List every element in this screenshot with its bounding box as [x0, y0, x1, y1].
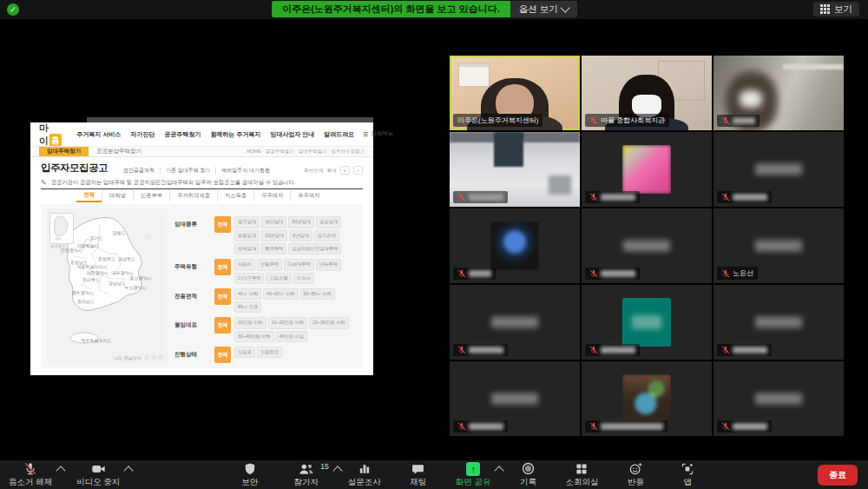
zoom-out-button[interactable]: −	[353, 166, 363, 175]
category-tab[interactable]: 주거취약계층	[169, 190, 217, 202]
map-region-label[interactable]: 울산광역시	[130, 275, 152, 281]
participant-tile[interactable]	[582, 208, 712, 283]
filter-option-button[interactable]: 10년임대	[261, 230, 287, 241]
title-link[interactable]: 연간공급계획	[118, 167, 160, 175]
title-link[interactable]: 예비입주자 대기현황	[215, 167, 275, 175]
map-region-label[interactable]: 강원도	[113, 230, 126, 235]
map-region-label[interactable]: 경상남도	[108, 281, 126, 286]
filter-all-button[interactable]: 전체	[214, 259, 231, 275]
filter-option-button[interactable]: 공공지원민간임대주택	[288, 243, 341, 254]
category-tab[interactable]: 저소득층	[217, 190, 253, 202]
korea-region-map[interactable]: 경기도서울특별시인천광역시강원도충청북도충청남도세종특별자치시대전광역시경상북도…	[46, 209, 168, 363]
filter-option-button[interactable]: 20~30만원 이하	[309, 317, 349, 328]
title-link[interactable]: 기존 임대주택 찾기	[160, 167, 215, 175]
filter-option-button[interactable]: 모집중	[234, 347, 255, 358]
participant-tile[interactable]	[450, 208, 580, 283]
participant-tile[interactable]: 마을 종합사회복지관	[582, 56, 712, 130]
filter-option-button[interactable]: 50년임대	[288, 216, 314, 228]
end-meeting-button[interactable]: 종료	[818, 465, 858, 486]
map-region-label[interactable]: 경기도	[90, 235, 103, 241]
filter-all-button[interactable]: 전체	[214, 317, 231, 334]
filter-option-button[interactable]: 40~60㎡ 이하	[263, 288, 298, 300]
view-button[interactable]: 보기	[813, 2, 859, 17]
filter-option-button[interactable]: 오피스텔	[266, 273, 291, 284]
map-region-label[interactable]: 전라남도	[77, 299, 95, 304]
filter-option-button[interactable]: 전세임대	[234, 243, 260, 254]
apps-button[interactable]: 앱	[673, 461, 702, 488]
filter-option-button[interactable]: 85㎡ 초과	[234, 301, 261, 313]
unmute-button[interactable]: 음소거 해제	[9, 461, 52, 488]
filter-all-button[interactable]: 전체	[214, 216, 231, 233]
reactions-button[interactable]: 반응	[621, 461, 650, 488]
site-nav-item[interactable]: 알려드려요	[324, 130, 354, 139]
filter-option-button[interactable]: 연립주택	[257, 259, 282, 270]
breakout-rooms-button[interactable]: 소회의실	[565, 461, 598, 488]
filter-option-button[interactable]: 단독주택	[316, 259, 341, 270]
filter-option-button[interactable]: 10만원 이하	[234, 317, 266, 328]
map-region-label[interactable]: 제주특별자치도	[82, 338, 112, 343]
participants-button[interactable]: 15 참가자	[287, 461, 326, 488]
participant-tile[interactable]	[713, 285, 844, 360]
participant-tile[interactable]	[582, 285, 712, 360]
filter-option-button[interactable]: 영구임대	[234, 216, 260, 228]
category-tab[interactable]: 전체	[76, 189, 102, 202]
zoom-in-button[interactable]: +	[340, 166, 350, 175]
map-inset-thumbnail[interactable]	[49, 213, 74, 244]
security-shield-icon[interactable]: ✓	[7, 3, 19, 16]
participant-tile[interactable]	[713, 56, 844, 130]
filter-option-button[interactable]: 장기전세	[314, 230, 339, 241]
filter-option-button[interactable]: 5년임대	[289, 230, 312, 241]
mic-options-chevron[interactable]	[56, 466, 65, 475]
myhome-logo[interactable]: 마이 홈	[39, 122, 62, 148]
category-tab[interactable]: 신혼부부	[133, 190, 169, 202]
category-tab[interactable]: 유주택자	[290, 190, 326, 202]
share-options-chevron[interactable]	[495, 466, 504, 475]
view-options-button[interactable]: 옵션 보기	[510, 1, 578, 17]
filter-option-button[interactable]: 다가구주택	[234, 273, 264, 284]
map-region-label[interactable]: 세종특별자치시	[77, 264, 108, 269]
filter-option-button[interactable]: 60~85㎡ 이하	[300, 288, 335, 300]
category-tab[interactable]: 대학생	[102, 190, 133, 202]
filter-option-button[interactable]: 10~20만원 이하	[268, 317, 308, 328]
share-screen-button[interactable]: ↑ 화면 공유	[456, 461, 491, 488]
participant-tile[interactable]	[450, 361, 580, 436]
filter-option-button[interactable]: 40만원 이상	[276, 331, 308, 342]
participant-tile[interactable]	[713, 132, 844, 207]
participant-tile[interactable]	[713, 361, 844, 436]
participant-tile[interactable]	[582, 132, 712, 207]
site-nav-item[interactable]: 주거복지 서비스	[77, 130, 122, 139]
filter-option-button[interactable]: 통합임대	[234, 230, 260, 241]
participant-tile-speaker[interactable]: 이주은(노원주거복지센터)	[450, 56, 580, 130]
map-region-label[interactable]: 부산광역시	[125, 285, 147, 290]
map-region-label[interactable]: 충청북도	[98, 256, 115, 261]
site-nav-item[interactable]: 공공주택찾기	[164, 130, 201, 139]
filter-option-button[interactable]: 공공임대	[316, 216, 341, 228]
site-nav-item[interactable]: 함께하는 주거복지	[210, 130, 260, 139]
filter-option-button[interactable]: 아파트	[234, 259, 255, 270]
print-button[interactable]: 화면인쇄	[305, 168, 324, 174]
filter-option-button[interactable]: 30~40만원 이하	[234, 331, 274, 342]
map-region-label[interactable]: 경상북도	[118, 256, 135, 261]
tab-public-sale[interactable]: 공공분양주택찾기	[89, 147, 149, 156]
filter-option-button[interactable]: 국민임대	[261, 216, 286, 228]
participant-tile[interactable]	[450, 285, 580, 360]
participant-tile[interactable]: 노은선	[713, 208, 844, 283]
filter-all-button[interactable]: 전체	[214, 347, 231, 363]
chat-button[interactable]: 채팅	[404, 461, 433, 488]
participant-tile[interactable]	[582, 361, 712, 436]
participants-chevron[interactable]	[332, 466, 342, 475]
participant-tile[interactable]	[450, 132, 580, 207]
map-region-label[interactable]: 전라북도	[82, 277, 100, 282]
favorite-stars[interactable]: ☆☆☆	[143, 354, 165, 361]
record-button[interactable]: 기록	[513, 461, 542, 488]
stop-video-button[interactable]: 비디오 중지	[76, 461, 120, 488]
filter-option-button[interactable]: 행복주택	[261, 243, 286, 254]
all-menu-button[interactable]: ☰ 전체메뉴	[363, 130, 393, 138]
filter-option-button[interactable]: 모집완료	[257, 347, 282, 358]
filter-option-button[interactable]: 다세대주택	[284, 259, 313, 270]
security-button[interactable]: 보안	[235, 461, 265, 488]
filter-option-button[interactable]: 40㎡ 이하	[234, 288, 261, 300]
filter-all-button[interactable]: 전체	[214, 288, 231, 305]
tab-rental-housing[interactable]: 임대주택찾기	[39, 147, 89, 156]
category-tab[interactable]: 무주택자	[253, 190, 290, 202]
